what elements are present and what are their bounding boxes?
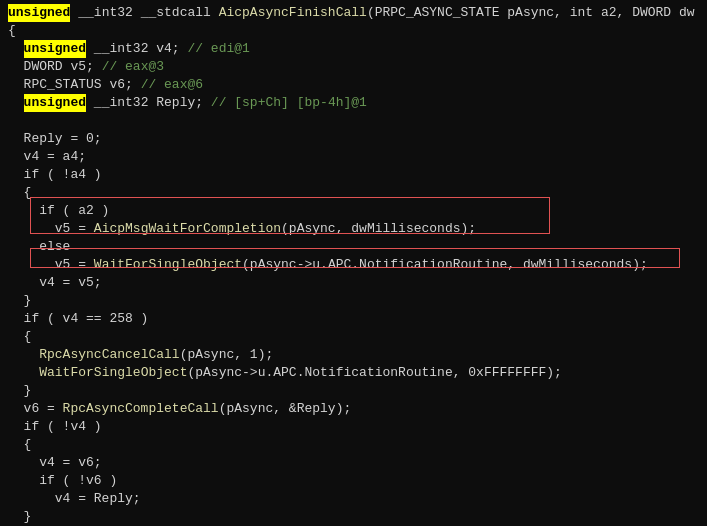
code-line-27: if ( !v6 )	[0, 472, 707, 490]
code-line-26: v4 = v6;	[0, 454, 707, 472]
code-line-19: {	[0, 328, 707, 346]
code-line-20: RpcAsyncCancelCall (pAsync, 1);	[0, 346, 707, 364]
code-line-22: }	[0, 382, 707, 400]
code-line-18: if ( v4 == 258 )	[0, 310, 707, 328]
code-line-9: v4 = a4;	[0, 148, 707, 166]
code-line-2: {	[0, 22, 707, 40]
code-line-15: v5 = WaitForSingleObject (pAsync->u.APC.…	[0, 256, 707, 274]
keyword-unsigned-6: unsigned	[24, 94, 86, 112]
code-line-8: Reply = 0;	[0, 130, 707, 148]
code-line-7	[0, 112, 707, 130]
code-line-14: else	[0, 238, 707, 256]
code-line-13: v5 = AicpMsgWaitForCompletion (pAsync, d…	[0, 220, 707, 238]
code-line-28: v4 = Reply;	[0, 490, 707, 508]
code-line-23: v6 = RpcAsyncCompleteCall (pAsync, &Repl…	[0, 400, 707, 418]
code-line-1: unsigned __int32 __stdcall AicpAsyncFini…	[0, 4, 707, 22]
keyword-unsigned-3: unsigned	[24, 40, 86, 58]
code-line-3: unsigned __int32 v4; // edi@1	[0, 40, 707, 58]
code-line-6: unsigned __int32 Reply; // [sp+Ch] [bp-4…	[0, 94, 707, 112]
code-line-24: if ( !v4 )	[0, 418, 707, 436]
code-line-11: {	[0, 184, 707, 202]
code-line-29: }	[0, 508, 707, 526]
keyword-unsigned-1: unsigned	[8, 4, 70, 22]
code-line-17: }	[0, 292, 707, 310]
code-view: unsigned __int32 __stdcall AicpAsyncFini…	[0, 0, 707, 526]
code-line-12: if ( a2 )	[0, 202, 707, 220]
code-line-25: {	[0, 436, 707, 454]
code-line-16: v4 = v5;	[0, 274, 707, 292]
code-line-21: WaitForSingleObject (pAsync->u.APC.Notif…	[0, 364, 707, 382]
code-line-5: RPC_STATUS v6; // eax@6	[0, 76, 707, 94]
code-line-4: DWORD v5; // eax@3	[0, 58, 707, 76]
code-line-10: if ( !a4 )	[0, 166, 707, 184]
